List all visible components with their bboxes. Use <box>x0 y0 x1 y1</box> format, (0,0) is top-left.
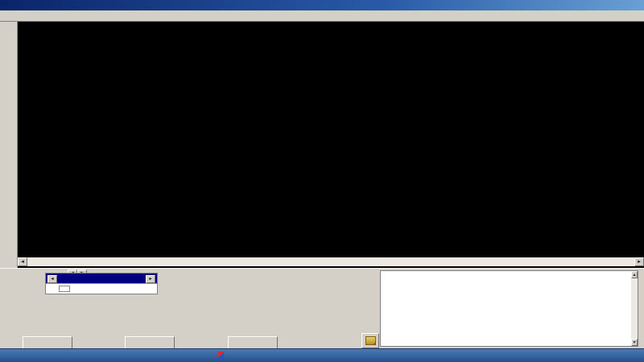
chart-h-scrollbar[interactable]: ◄ ► <box>18 257 644 266</box>
menu-bar <box>0 10 644 22</box>
calendar-footer[interactable] <box>46 284 157 294</box>
today-box-icon <box>59 286 70 292</box>
tool-sidebar <box>0 22 18 268</box>
event-table-scrollbar[interactable]: ▲ ▼ <box>631 271 638 346</box>
calendar-next-button[interactable]: ► <box>146 275 155 283</box>
app-window: ◄ ► ◄ ► ◄ ► <box>0 0 644 362</box>
scroll-right-button[interactable]: ► <box>634 257 644 266</box>
taskbar <box>0 348 644 362</box>
export-data-button[interactable] <box>361 333 379 348</box>
event-table: ▲ ▼ <box>380 270 638 347</box>
scroll-up-button[interactable]: ▲ <box>631 271 638 278</box>
scroll-track[interactable] <box>27 257 634 266</box>
tray-icon[interactable] <box>218 352 224 359</box>
calendar-prev-button[interactable]: ◄ <box>47 275 57 283</box>
scroll-down-button[interactable]: ▼ <box>631 339 638 346</box>
date-calendar: ◄ ► <box>45 273 158 294</box>
export-icon <box>365 336 376 345</box>
scroll-left-button[interactable]: ◄ <box>18 257 27 266</box>
trend-charts[interactable] <box>18 32 644 257</box>
bottom-panel: ◄ ► ◄ ► ▲ ▼ <box>0 268 644 348</box>
chart-area: ◄ ► <box>18 22 644 268</box>
title-bar <box>0 0 644 10</box>
calendar-header: ◄ ► <box>46 274 157 283</box>
